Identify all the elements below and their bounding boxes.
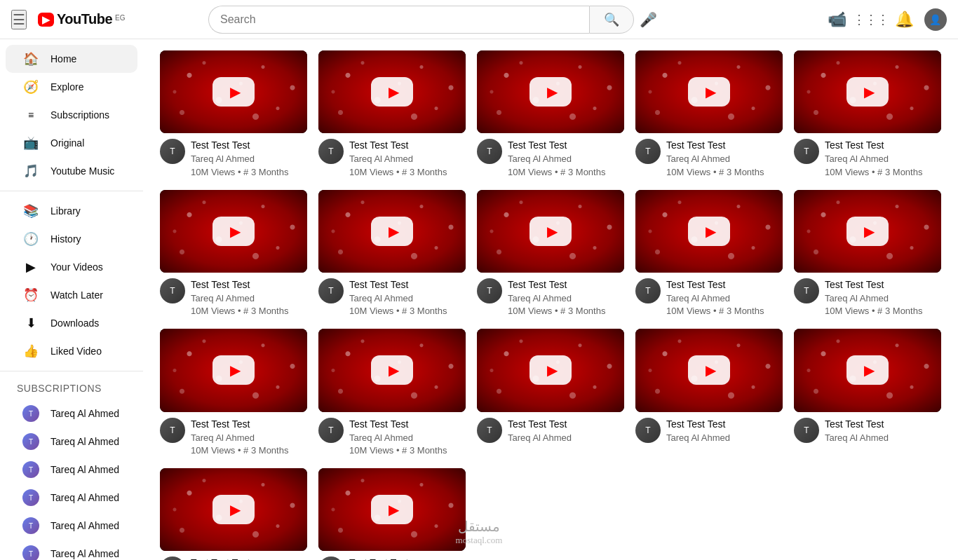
- channel-avatar-5: T: [794, 139, 819, 164]
- video-views-8: 10M Views • # 3 Months: [508, 305, 624, 317]
- video-thumbnail-1: [160, 50, 307, 133]
- create-button[interactable]: 📹: [823, 6, 851, 34]
- notifications-button[interactable]: 🔔: [891, 6, 919, 34]
- logo[interactable]: ▶ YouTube EG: [38, 11, 126, 27]
- video-card-2[interactable]: T Test Test Test Tareq Al Ahmed 10M View…: [318, 50, 466, 179]
- sub-name-6: Tareq Al Ahmed: [50, 548, 119, 559]
- video-title-15: Test Test Test: [825, 418, 941, 430]
- sidebar-item-original[interactable]: 📺 Original: [6, 129, 137, 157]
- video-card-4[interactable]: T Test Test Test Tareq Al Ahmed 10M View…: [635, 50, 783, 179]
- video-thumbnail-11: [160, 329, 307, 411]
- menu-button[interactable]: ☰: [11, 10, 27, 29]
- sidebar-item-downloads[interactable]: ⬇ Downloads: [6, 309, 137, 337]
- subscription-item-6[interactable]: T Tareq Al Ahmed: [6, 540, 137, 560]
- video-card-8[interactable]: T Test Test Test Tareq Al Ahmed 10M View…: [477, 190, 624, 318]
- yt-play-logo-10: [846, 217, 889, 246]
- channel-avatar-3: T: [477, 139, 502, 164]
- video-title-9: Test Test Test: [666, 278, 783, 291]
- apps-button[interactable]: ⋮⋮⋮: [857, 6, 885, 34]
- video-title-13: Test Test Test: [508, 418, 624, 430]
- subscription-item-3[interactable]: T Tareq Al Ahmed: [6, 456, 137, 484]
- yt-play-logo-2: [371, 77, 413, 107]
- sidebar-divider-2: [0, 371, 143, 371]
- video-card-3[interactable]: T Test Test Test Tareq Al Ahmed 10M View…: [477, 50, 624, 179]
- video-channel-6: Tareq Al Ahmed: [191, 292, 307, 305]
- video-card-12[interactable]: T Test Test Test Tareq Al Ahmed 10M View…: [318, 329, 466, 457]
- yt-play-logo-1: [212, 77, 255, 107]
- video-thumbnail-15: [794, 329, 941, 411]
- subscription-item-4[interactable]: T Tareq Al Ahmed: [6, 484, 137, 512]
- video-card-13[interactable]: T Test Test Test Tareq Al Ahmed: [477, 329, 624, 457]
- thumbnail-img-14: [635, 329, 783, 411]
- video-title-5: Test Test Test: [825, 139, 941, 151]
- video-views-9: 10M Views • # 3 Months: [666, 305, 783, 317]
- video-card-10[interactable]: T Test Test Test Tareq Al Ahmed 10M View…: [794, 190, 941, 318]
- header-right: 📹 ⋮⋮⋮ 🔔 👤: [823, 6, 947, 34]
- account-button[interactable]: 👤: [924, 8, 947, 31]
- thumbnail-img-6: [160, 190, 307, 273]
- video-views-10: 10M Views • # 3 Months: [825, 305, 941, 317]
- video-channel-1: Tareq Al Ahmed: [191, 153, 307, 165]
- sidebar-item-history[interactable]: 🕐 History: [6, 225, 137, 253]
- video-card-15[interactable]: T Test Test Test Tareq Al Ahmed: [794, 329, 941, 457]
- video-card-5[interactable]: T Test Test Test Tareq Al Ahmed 10M View…: [794, 50, 941, 179]
- video-thumbnail-4: [635, 50, 783, 133]
- video-details-10: Test Test Test Tareq Al Ahmed 10M Views …: [825, 278, 941, 318]
- video-views-5: 10M Views • # 3 Months: [825, 166, 941, 179]
- video-title-8: Test Test Test: [508, 278, 624, 291]
- sidebar-item-home[interactable]: 🏠 Home: [6, 45, 137, 73]
- video-title-11: Test Test Test: [191, 418, 307, 430]
- video-title-1: Test Test Test: [191, 139, 307, 151]
- video-title-2: Test Test Test: [349, 139, 466, 151]
- sidebar-item-youtube-music[interactable]: 🎵 Youtube Music: [6, 157, 137, 185]
- video-card-17[interactable]: T Test Test Test Tareq Al Ahmed: [318, 468, 466, 560]
- subscription-item-1[interactable]: T Tareq Al Ahmed: [6, 399, 137, 428]
- video-info-16: T Test Test Test Tareq Al Ahmed: [160, 556, 307, 560]
- channel-avatar-1: T: [160, 139, 185, 164]
- video-card-7[interactable]: T Test Test Test Tareq Al Ahmed 10M View…: [318, 190, 466, 318]
- sidebar-item-liked-video[interactable]: 👍 Liked Video: [6, 337, 137, 365]
- sidebar-item-your-videos[interactable]: ▶ Your Videos: [6, 253, 137, 281]
- mic-icon: 🎤: [640, 12, 657, 27]
- video-details-13: Test Test Test Tareq Al Ahmed: [508, 418, 624, 444]
- search-button[interactable]: 🔍: [589, 6, 634, 34]
- sidebar-item-explore[interactable]: 🧭 Explore: [6, 73, 137, 101]
- video-thumbnail-9: [635, 190, 783, 273]
- video-details-12: Test Test Test Tareq Al Ahmed 10M Views …: [349, 418, 466, 458]
- video-card-9[interactable]: T Test Test Test Tareq Al Ahmed 10M View…: [635, 190, 783, 318]
- video-details-9: Test Test Test Tareq Al Ahmed 10M Views …: [666, 278, 783, 318]
- video-card-14[interactable]: T Test Test Test Tareq Al Ahmed: [635, 329, 783, 457]
- channel-avatar-7: T: [318, 278, 344, 303]
- subscription-item-5[interactable]: T Tareq Al Ahmed: [6, 512, 137, 540]
- video-card-6[interactable]: T Test Test Test Tareq Al Ahmed 10M View…: [160, 190, 307, 318]
- thumbnail-img-11: [160, 329, 307, 411]
- video-title-6: Test Test Test: [191, 278, 307, 291]
- subscription-item-2[interactable]: T Tareq Al Ahmed: [6, 428, 137, 456]
- thumbnail-img-12: [318, 329, 466, 411]
- sidebar-item-watch-later[interactable]: ⏰ Watch Later: [6, 281, 137, 309]
- video-thumbnail-10: [794, 190, 941, 273]
- video-info-9: T Test Test Test Tareq Al Ahmed 10M View…: [635, 278, 783, 318]
- video-channel-11: Tareq Al Ahmed: [191, 432, 307, 444]
- sidebar-item-library[interactable]: 📚 Library: [6, 197, 137, 225]
- video-thumbnail-5: [794, 50, 941, 133]
- video-card-1[interactable]: T Test Test Test Tareq Al Ahmed 10M View…: [160, 50, 307, 179]
- logo-region: EG: [115, 14, 125, 22]
- video-details-5: Test Test Test Tareq Al Ahmed 10M Views …: [825, 139, 941, 179]
- search-input[interactable]: [208, 6, 589, 34]
- video-card-11[interactable]: T Test Test Test Tareq Al Ahmed 10M View…: [160, 329, 307, 457]
- video-card-16[interactable]: T Test Test Test Tareq Al Ahmed: [160, 468, 307, 560]
- mic-button[interactable]: 🎤: [640, 11, 657, 28]
- video-info-10: T Test Test Test Tareq Al Ahmed 10M View…: [794, 278, 941, 318]
- yt-play-logo-6: [212, 217, 255, 246]
- sidebar-label-explore: Explore: [50, 81, 83, 93]
- downloads-icon: ⬇: [22, 315, 39, 331]
- sidebar-item-subscriptions[interactable]: ≡ Subscriptions: [6, 101, 137, 129]
- video-title-10: Test Test Test: [825, 278, 941, 291]
- search-icon: 🔍: [604, 12, 619, 27]
- yt-play-logo-16: [212, 495, 255, 524]
- video-info-17: T Test Test Test Tareq Al Ahmed: [318, 556, 466, 560]
- account-icon: 👤: [929, 14, 941, 25]
- video-views-7: 10M Views • # 3 Months: [349, 305, 466, 317]
- sidebar-divider-1: [0, 191, 143, 191]
